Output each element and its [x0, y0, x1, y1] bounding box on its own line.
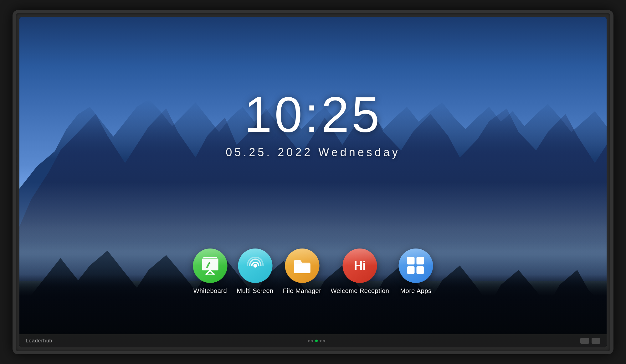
- multiscreen-icon[interactable]: [238, 249, 272, 283]
- whiteboard-icon[interactable]: [193, 249, 228, 283]
- app-welcome[interactable]: Hi Welcome Reception: [331, 249, 389, 295]
- moreapps-icon[interactable]: [398, 249, 433, 283]
- bottom-bar: Leaderhub: [19, 334, 607, 347]
- screen: 10:25 05.25. 2022 Wednesday: [19, 17, 607, 347]
- svg-line-2: [210, 270, 214, 274]
- brand-label: Leaderhub: [26, 338, 53, 344]
- tv-frame: 10:25 05.25. 2022 Wednesday: [13, 10, 613, 354]
- dot-2: [311, 340, 313, 342]
- app-filemanager[interactable]: File Manager: [283, 249, 321, 295]
- tv-bezel: 10:25 05.25. 2022 Wednesday: [19, 17, 607, 347]
- svg-point-5: [253, 264, 257, 268]
- time-display: 10:25 05.25. 2022 Wednesday: [226, 90, 400, 159]
- app-moreapps[interactable]: More Apps: [398, 249, 433, 295]
- dot-4: [323, 340, 325, 342]
- apps-row: Whiteboard Multi Screen: [193, 249, 433, 295]
- hi-text: Hi: [354, 260, 366, 272]
- multiscreen-label: Multi Screen: [237, 287, 274, 295]
- svg-line-1: [207, 270, 210, 274]
- volume-up-button[interactable]: [14, 148, 16, 155]
- grid-dot-3: [407, 266, 414, 274]
- dot-1: [308, 340, 310, 342]
- moreapps-label: More Apps: [400, 287, 431, 295]
- app-whiteboard[interactable]: Whiteboard: [193, 249, 228, 295]
- bottom-right-controls: [580, 338, 600, 344]
- bottom-dots: [308, 340, 325, 342]
- clock-date: 05.25. 2022 Wednesday: [226, 146, 400, 159]
- clock-time: 10:25: [226, 90, 400, 140]
- apps-grid-icon: [407, 257, 424, 274]
- dot-active: [315, 340, 318, 342]
- dot-3: [320, 340, 321, 342]
- hdmi-icon[interactable]: [580, 338, 589, 344]
- power-button[interactable]: [14, 165, 16, 172]
- whiteboard-label: Whiteboard: [193, 287, 227, 295]
- grid-dot-2: [416, 257, 424, 264]
- welcome-label: Welcome Reception: [331, 287, 389, 295]
- filemanager-label: File Manager: [283, 287, 321, 295]
- svg-rect-0: [202, 259, 218, 270]
- welcome-icon[interactable]: Hi: [343, 249, 377, 283]
- volume-down-button[interactable]: [14, 156, 16, 163]
- filemanager-icon[interactable]: [285, 249, 319, 283]
- grid-dot-4: [416, 266, 424, 274]
- grid-dot-1: [407, 257, 414, 264]
- settings-icon[interactable]: [592, 338, 600, 344]
- side-buttons: [14, 148, 16, 172]
- app-multiscreen[interactable]: Multi Screen: [237, 249, 274, 295]
